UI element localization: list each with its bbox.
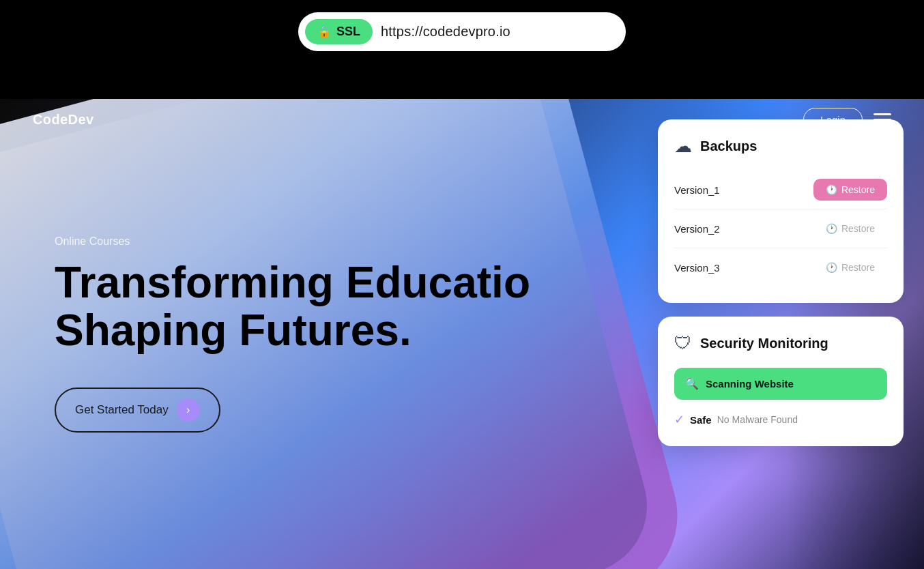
hamburger-line1	[874, 113, 891, 115]
search-icon: 🔍	[685, 377, 699, 390]
backups-card-title: Backups	[700, 138, 757, 154]
security-card-title: Security Monitoring	[700, 336, 828, 351]
backup-row-3: Version_3 🕐 Restore	[674, 248, 887, 287]
hero-content: Online Courses Transforming Educatio Sha…	[55, 235, 530, 433]
ssl-bar-wrapper: 🔒 SSL https://codedevpro.io	[298, 12, 626, 51]
ssl-badge: 🔒 SSL	[305, 19, 373, 44]
scanning-row: 🔍 Scanning Website	[674, 368, 887, 400]
hero-subtitle: Online Courses	[55, 235, 530, 248]
ssl-label: SSL	[336, 25, 360, 39]
safe-row: ✓ Safe No Malware Found	[674, 409, 887, 430]
cloud-upload-icon: ☁	[674, 136, 692, 157]
hero-title: Transforming Educatio Shaping Futures.	[55, 259, 530, 355]
ssl-url: https://codedevpro.io	[381, 24, 510, 40]
restore-button-1[interactable]: 🕐 Restore	[813, 179, 887, 201]
cta-button[interactable]: Get Started Today ›	[55, 388, 220, 433]
restore-label-1: Restore	[841, 184, 875, 195]
scanning-label: Scanning Website	[706, 378, 794, 390]
backup-row-1: Version_1 🕐 Restore	[674, 171, 887, 209]
lock-icon: 🔒	[317, 25, 331, 38]
hero-title-line2: Shaping Futures.	[55, 306, 412, 355]
history-icon-3: 🕐	[826, 262, 837, 273]
hero-section: CodeDev Login Online Courses Transformin…	[0, 99, 924, 569]
security-card-header: 🛡 Security Monitoring	[674, 333, 887, 354]
backups-card-header: ☁ Backups	[674, 136, 887, 157]
version-3-label: Version_3	[674, 262, 720, 274]
version-2-label: Version_2	[674, 223, 720, 235]
version-1-label: Version_1	[674, 184, 720, 196]
cta-label: Get Started Today	[75, 403, 169, 417]
backups-card: ☁ Backups Version_1 🕐 Restore Version_2 …	[658, 119, 904, 303]
arrow-right-icon: ›	[186, 404, 190, 416]
ssl-bar: 🔒 SSL https://codedevpro.io	[298, 12, 626, 51]
restore-label-3: Restore	[841, 262, 875, 273]
restore-button-2[interactable]: 🕐 Restore	[813, 218, 887, 239]
security-card: 🛡 Security Monitoring 🔍 Scanning Website…	[658, 317, 904, 446]
cta-arrow-icon: ›	[177, 398, 200, 422]
safe-description: No Malware Found	[717, 414, 798, 425]
hero-title-line1: Transforming Educatio	[55, 258, 530, 307]
check-icon: ✓	[674, 412, 684, 427]
backup-row-2: Version_2 🕐 Restore	[674, 209, 887, 248]
restore-button-3[interactable]: 🕐 Restore	[813, 257, 887, 278]
safe-label: Safe	[690, 414, 712, 426]
shield-icon: 🛡	[674, 333, 692, 354]
history-icon-1: 🕐	[826, 184, 837, 195]
history-icon-2: 🕐	[826, 223, 837, 234]
cards-area: ☁ Backups Version_1 🕐 Restore Version_2 …	[658, 119, 904, 446]
restore-label-2: Restore	[841, 223, 875, 234]
brand-logo: CodeDev	[33, 112, 94, 128]
